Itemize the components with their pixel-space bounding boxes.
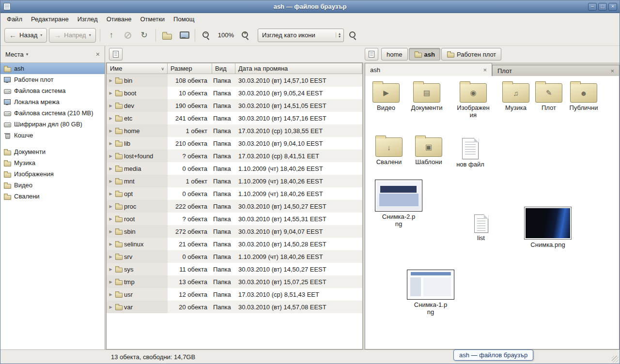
sidebar-item[interactable]: Свалени [0,191,105,202]
table-row[interactable]: ▶ mnt 1 обект Папка 1.10.2009 (чт) 18,40… [107,175,362,187]
computer-button[interactable] [176,28,191,43]
minimize-button[interactable]: − [588,3,597,11]
back-dropdown-icon[interactable]: ▾ [40,33,42,37]
sidebar-item[interactable]: Видео [0,180,105,191]
icon-view-item[interactable]: ↓ Свалени [370,134,408,166]
table-row[interactable]: ▶ root ? обекта Папка 30.03.2010 (вт) 14… [107,212,362,225]
forward-button[interactable]: → Напред ▾ [49,28,95,43]
icon-view-item[interactable]: ♫ Музика [497,80,535,112]
expander-icon[interactable]: ▶ [108,192,113,196]
path-segment-button[interactable]: Работен плот [441,48,501,61]
sidebar-item[interactable]: Изображения [0,168,105,180]
column-header-name[interactable]: Име ∨ [107,63,168,74]
table-row[interactable]: ▶ sys 11 обекта Папка 30.03.2010 (вт) 14… [107,263,362,275]
menu-item[interactable]: Отметки [136,14,169,24]
expander-icon[interactable]: ▶ [108,217,113,221]
icon-view-item[interactable]: ☻ Публични [565,80,603,112]
table-row[interactable]: ▶ bin 108 обекта Папка 30.03.2010 (вт) 1… [107,74,362,87]
sidebar-item[interactable]: Файлова система (210 MB) [0,107,105,119]
table-row[interactable]: ▶ opt 0 обекта Папка 1.10.2009 (чт) 18,4… [107,187,362,200]
table-row[interactable]: ▶ etc 241 обекта Папка 30.03.2010 (вт) 1… [107,112,362,124]
table-row[interactable]: ▶ lost+found ? обекта Папка 17.03.2010 (… [107,150,362,162]
table-row[interactable]: ▶ sbin 272 обекта Папка 30.03.2010 (вт) … [107,225,362,238]
icon-view-item[interactable]: list [462,212,500,242]
sidebar-item[interactable]: ash [0,63,105,74]
table-row[interactable]: ▶ selinux 21 обекта Папка 30.03.2010 (вт… [107,238,362,250]
expander-icon[interactable]: ▶ [108,116,113,121]
titlebar[interactable]: ash — файлов браузър − □ × [0,0,620,13]
sidebar-item[interactable]: Документи [0,146,105,157]
stop-button[interactable] [121,28,135,43]
location-toggle-button[interactable] [109,48,123,61]
expander-icon[interactable]: ▶ [108,255,113,259]
expander-icon[interactable]: ▶ [108,91,113,95]
icon-view-item[interactable]: Снимка-2.png [372,179,425,228]
icon-view-item[interactable]: ▣ Шаблони [410,134,448,166]
sidebar-item[interactable]: Локална мрежа [0,96,105,107]
chevron-down-icon[interactable]: ▾ [26,52,29,57]
sidebar-item[interactable]: Работен плот [0,74,105,85]
icon-view-item[interactable]: ◉ Изображения [454,80,492,119]
expander-icon[interactable]: ▶ [108,141,113,146]
expander-icon[interactable]: ▶ [108,229,113,234]
back-button[interactable]: ← Назад ▾ [4,28,47,43]
table-row[interactable]: ▶ home 1 обект Папка 17.03.2010 (ср) 10,… [107,124,362,137]
icon-view-item[interactable]: Снимка.png [521,206,574,249]
zoom-in-button[interactable]: + [238,28,253,43]
sidebar-item[interactable]: Кошче [0,130,105,141]
sidebar-item[interactable]: Шифриран дял (80 GB) [0,119,105,130]
icon-view[interactable]: ▶ Видео ▤ Документи ◉ Изображения ♫ Музи… [365,76,620,349]
expander-icon[interactable]: ▶ [108,204,113,209]
expander-icon[interactable]: ▶ [108,267,113,272]
expander-icon[interactable]: ▶ [108,179,113,183]
table-row[interactable]: ▶ proc 222 обекта Папка 30.03.2010 (вт) … [107,200,362,212]
home-button[interactable] [160,28,174,43]
close-button[interactable]: × [608,3,617,11]
table-row[interactable]: ▶ tmp 13 обекта Папка 30.03.2010 (вт) 15… [107,275,362,288]
resize-grip[interactable] [612,356,619,363]
icon-view-item[interactable]: Снимка-1.png [404,269,457,316]
expander-icon[interactable]: ▶ [108,154,113,158]
table-row[interactable]: ▶ dev 190 обекта Папка 30.03.2010 (вт) 1… [107,99,362,112]
pane-location-toggle-button[interactable] [365,48,378,61]
menu-item[interactable]: Файл [2,14,27,24]
view-mode-select[interactable]: Изглед като икони ▴▾ [258,29,344,42]
icon-view-item[interactable]: нов файл [451,136,489,168]
expander-icon[interactable]: ▶ [108,104,113,108]
column-header-size[interactable]: Размер [168,63,212,74]
column-header-type[interactable]: Вид [212,63,235,74]
menu-item[interactable]: Изглед [73,14,102,24]
up-button[interactable]: ↑ [104,28,119,43]
expander-icon[interactable]: ▶ [108,280,113,284]
table-row[interactable]: ▶ lib 210 обекта Папка 30.03.2010 (вт) 9… [107,137,362,150]
menu-item[interactable]: Редактиране [27,14,73,24]
table-row[interactable]: ▶ usr 12 обекта Папка 17.03.2010 (ср) 8,… [107,288,362,301]
table-row[interactable]: ▶ var 20 обекта Папка 30.03.2010 (вт) 14… [107,301,362,313]
table-row[interactable]: ▶ media 0 обекта Папка 1.10.2009 (чт) 18… [107,162,362,175]
expander-icon[interactable]: ▶ [108,78,113,83]
path-segment-button[interactable]: home [381,48,408,61]
zoom-out-button[interactable]: − [199,28,214,43]
column-header-date[interactable]: Дата на промяна [235,63,362,74]
tab-close-icon[interactable]: × [483,66,487,74]
places-selector[interactable]: Места [5,51,24,58]
icon-view-item[interactable]: ✎ Плот [530,80,568,112]
expander-icon[interactable]: ▶ [108,129,113,133]
sidebar-close-icon[interactable]: × [94,50,102,58]
sidebar-item[interactable]: Файлова система [0,85,105,96]
expander-icon[interactable]: ▶ [108,292,113,297]
menu-item[interactable]: Помощ [169,14,199,24]
path-segment-button[interactable]: ash [409,48,440,61]
expander-icon[interactable]: ▶ [108,167,113,171]
expander-icon[interactable]: ▶ [108,242,113,246]
expander-icon[interactable]: ▶ [108,305,113,309]
icon-view-item[interactable]: ▤ Документи [408,80,446,112]
tab[interactable]: ash × [365,63,492,76]
tab[interactable]: Плот × [492,65,620,76]
icon-view-item[interactable]: ▶ Видео [367,80,405,112]
table-row[interactable]: ▶ srv 0 обекта Папка 1.10.2009 (чт) 18,4… [107,250,362,263]
sidebar-item[interactable]: Музика [0,157,105,168]
maximize-button[interactable]: □ [598,3,607,11]
reload-button[interactable]: ↻ [137,28,152,43]
table-row[interactable]: ▶ boot 10 обекта Папка 30.03.2010 (вт) 9… [107,87,362,99]
